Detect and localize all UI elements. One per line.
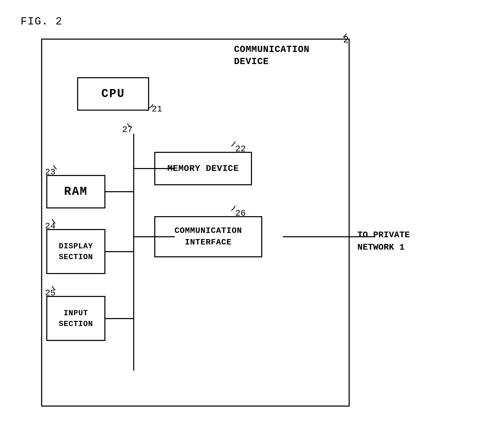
ref-22: 22 bbox=[235, 144, 246, 154]
ram-label: RAM bbox=[64, 185, 88, 198]
display-section-box: DISPLAY SECTION bbox=[46, 229, 105, 274]
comm-interface-box: COMMUNICATION INTERFACE bbox=[154, 216, 262, 257]
comm-if-label: COMMUNICATION INTERFACE bbox=[175, 225, 242, 248]
ref-23: 23 bbox=[45, 167, 56, 177]
ref-25: 25 bbox=[45, 288, 56, 298]
ref-27: 27 bbox=[122, 125, 133, 135]
cpu-box: CPU bbox=[77, 77, 149, 111]
comm-device-label: COMMUNICATION DEVICE bbox=[234, 44, 310, 68]
memory-device-box: MEMORY DEVICE bbox=[154, 152, 252, 185]
ref-21: 21 bbox=[152, 104, 162, 114]
input-label: INPUT SECTION bbox=[59, 308, 93, 329]
ref-26: 26 bbox=[235, 208, 246, 218]
display-label: DISPLAY SECTION bbox=[59, 241, 93, 262]
ram-box: RAM bbox=[46, 175, 105, 208]
figure-title: FIG. 2 bbox=[21, 15, 62, 28]
input-section-box: INPUT SECTION bbox=[46, 296, 105, 341]
cpu-label: CPU bbox=[101, 87, 125, 101]
memory-label: MEMORY DEVICE bbox=[167, 164, 239, 173]
ref-2: 2 bbox=[343, 35, 349, 45]
ref-24: 24 bbox=[45, 221, 56, 231]
external-network-label: TO PRIVATE NETWORK 1 bbox=[357, 229, 410, 253]
